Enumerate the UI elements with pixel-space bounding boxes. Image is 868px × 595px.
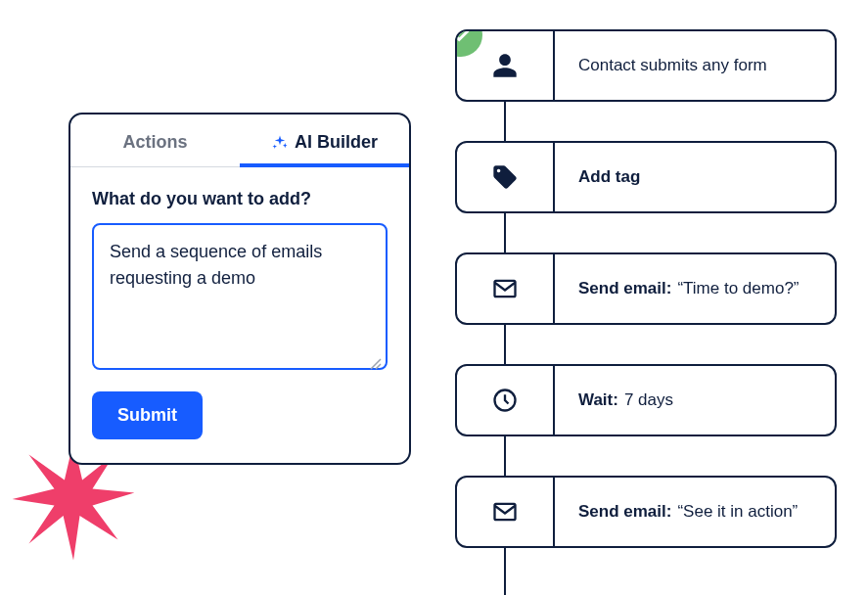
prompt-label: What do you want to add? — [92, 189, 388, 209]
ai-builder-panel: Actions AI Builder What do you want to a… — [69, 113, 411, 465]
sparkle-icon — [271, 134, 289, 152]
node-icon-wrap — [457, 254, 555, 323]
node-icon-wrap — [457, 143, 555, 211]
node-label-rest: “See it in action” — [677, 502, 798, 522]
node-text: Wait: 7 days — [555, 366, 835, 435]
node-icon-wrap — [457, 478, 555, 546]
envelope-icon — [491, 498, 519, 526]
flow-node-trigger[interactable]: Contact submits any form — [455, 29, 837, 102]
flow-node-send-email-1[interactable]: Send email: “Time to demo?” — [455, 252, 837, 325]
clock-icon — [491, 387, 519, 414]
prompt-input[interactable] — [92, 223, 388, 370]
node-text: Send email: “See it in action” — [555, 478, 835, 546]
flow-nodes: Contact submits any form Add tag Send em… — [455, 0, 846, 548]
submit-label: Submit — [117, 405, 177, 425]
check-icon — [455, 29, 472, 46]
tag-icon — [491, 163, 519, 191]
node-text: Send email: “Time to demo?” — [555, 254, 835, 323]
node-label-bold: Send email: — [578, 502, 671, 522]
flow-node-send-email-2[interactable]: Send email: “See it in action” — [455, 476, 837, 548]
flow-node-wait[interactable]: Wait: 7 days — [455, 364, 837, 436]
submit-button[interactable]: Submit — [92, 391, 203, 439]
person-icon — [491, 52, 519, 79]
node-icon-wrap — [457, 366, 555, 435]
node-label-bold: Add tag — [578, 167, 640, 187]
node-label-bold: Send email: — [578, 279, 671, 298]
node-label-bold: Wait: — [578, 390, 618, 410]
automation-flow: Contact submits any form Add tag Send em… — [455, 0, 846, 548]
node-text: Contact submits any form — [555, 31, 835, 100]
tab-ai-builder[interactable]: AI Builder — [240, 114, 409, 166]
node-label: Contact submits any form — [578, 56, 767, 75]
flow-node-add-tag[interactable]: Add tag — [455, 141, 837, 213]
tab-label: AI Builder — [295, 132, 378, 153]
tab-label: Actions — [122, 132, 187, 153]
card-body: What do you want to add? Submit — [70, 167, 409, 463]
tab-actions[interactable]: Actions — [70, 114, 240, 166]
node-label-rest: “Time to demo?” — [677, 279, 799, 298]
envelope-icon — [491, 275, 519, 302]
node-text: Add tag — [555, 143, 835, 211]
node-label-rest: 7 days — [624, 390, 673, 410]
tabs: Actions AI Builder — [70, 114, 409, 167]
